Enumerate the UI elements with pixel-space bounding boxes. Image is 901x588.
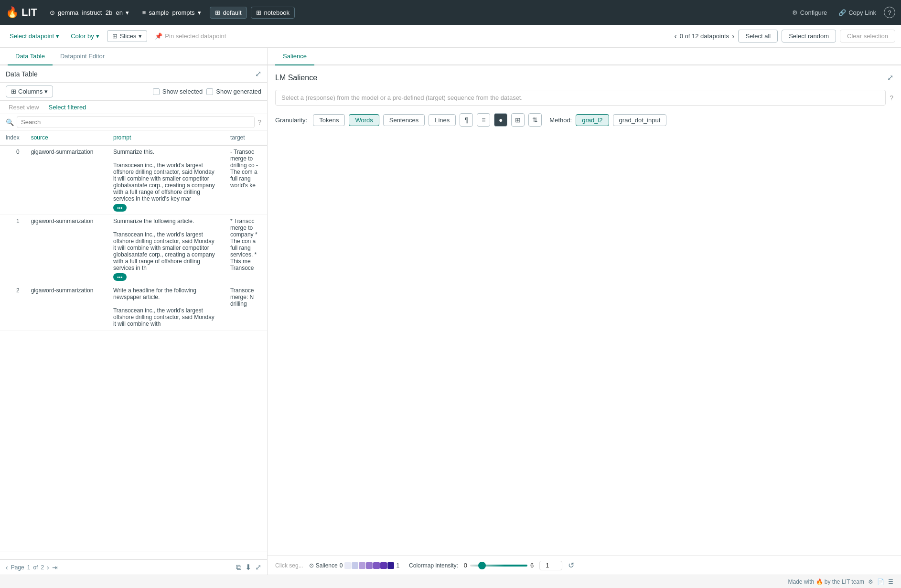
granularity-row: Granularity: Tokens Words Sentences Line…: [275, 113, 893, 127]
granularity-words-button[interactable]: Words: [349, 114, 379, 126]
salience-title: LM Salience: [275, 74, 887, 82]
colormap-max-value: 6: [530, 562, 534, 569]
next-datapoint-button[interactable]: ›: [732, 32, 734, 41]
reset-view-button[interactable]: Reset view: [6, 103, 42, 112]
left-panel-tabs: Data Table Datapoint Editor: [0, 48, 267, 65]
salience-min-value: 0: [340, 562, 343, 569]
granularity-sentences-button[interactable]: Sentences: [383, 114, 425, 126]
select-datapoint-button[interactable]: Select datapoint ▾: [6, 31, 63, 42]
bottom-bar: Click seg... ⊙ Salience 0 1 Colormap int…: [268, 556, 901, 575]
pagination-next-button[interactable]: ›: [47, 564, 49, 571]
columns-chevron-icon: ▾: [44, 88, 48, 95]
gran-settings-icon-button[interactable]: ⇅: [528, 113, 542, 127]
copy-link-button[interactable]: 🔗 Copy Link: [835, 7, 880, 18]
cell-target: - Transoc merge to drilling co - The com…: [225, 145, 267, 215]
salience-help-icon[interactable]: ?: [890, 94, 893, 102]
table-pagination: ‹ Page 1 of 2 › ⇥ ⧉ ⬇ ⤢: [0, 559, 267, 575]
model-selector-button[interactable]: ⊙ gemma_instruct_2b_en ▾: [45, 7, 134, 18]
prev-datapoint-button[interactable]: ‹: [674, 32, 676, 41]
click-seg-text: Click seg...: [275, 562, 303, 569]
select-random-button[interactable]: Select random: [782, 30, 836, 43]
gran-grid-icon-button[interactable]: ⊞: [511, 113, 525, 127]
status-menu-icon[interactable]: ☰: [888, 578, 893, 585]
salience-expand-icon[interactable]: ⤢: [887, 73, 893, 82]
gran-paragraph-icon-button[interactable]: ¶: [460, 113, 473, 127]
pin-datapoint-button[interactable]: 📌 Pin selected datapoint: [151, 31, 230, 42]
granularity-tokens-button[interactable]: Tokens: [313, 114, 345, 126]
search-help-icon[interactable]: ?: [257, 118, 261, 126]
data-table-actions: Reset view Select filtered: [0, 101, 267, 114]
cell-target: Transoce merge: N drilling: [225, 284, 267, 331]
slices-chevron-icon: ▾: [139, 32, 142, 40]
default-tab-button[interactable]: ⊞ default: [210, 7, 247, 19]
configure-button[interactable]: ⚙ Configure: [788, 7, 831, 18]
show-selected-checkbox-label[interactable]: Show selected: [153, 88, 203, 95]
search-input[interactable]: [17, 116, 255, 128]
colormap-value-input[interactable]: [539, 561, 562, 570]
pagination-prev-button[interactable]: ‹: [6, 564, 8, 571]
salience-max-value: 1: [396, 562, 399, 569]
horizontal-scrollbar[interactable]: [0, 552, 267, 559]
datapoint-count: 0 of 12 datapoints: [680, 32, 729, 40]
table-row[interactable]: 1gigaword-summarizationSummarize the fol…: [0, 215, 267, 284]
search-icon: 🔍: [6, 118, 14, 126]
tab-datapoint-editor[interactable]: Datapoint Editor: [53, 48, 112, 65]
select-filtered-button[interactable]: Select filtered: [46, 103, 89, 112]
gran-circle-icon-button[interactable]: ●: [494, 113, 507, 127]
legend-swatch: [366, 562, 373, 569]
default-tab-icon: ⊞: [215, 9, 220, 16]
expand-table-button[interactable]: ⤢: [255, 563, 261, 572]
method-grad-dot-button[interactable]: grad_dot_input: [613, 114, 667, 126]
granularity-lines-button[interactable]: Lines: [429, 114, 456, 126]
status-file-icon[interactable]: 📄: [877, 578, 884, 585]
salience-legend-label: Salience: [316, 562, 338, 569]
app-logo: 🔥 LIT: [6, 6, 37, 19]
tab-salience-label: Salience: [283, 53, 307, 60]
salience-target-dropdown[interactable]: Select a (response) from the model or a …: [275, 90, 886, 106]
pagination-last-button[interactable]: ⇥: [52, 564, 58, 571]
show-generated-checkbox-label[interactable]: Show generated: [206, 88, 261, 95]
select-all-button[interactable]: Select all: [738, 30, 778, 43]
status-text: Made with 🔥 by the LIT team: [788, 578, 864, 585]
granularity-sentences-label: Sentences: [389, 117, 418, 124]
tab-data-table[interactable]: Data Table: [8, 48, 53, 65]
configure-icon: ⚙: [792, 9, 798, 16]
method-grad-dot-label: grad_dot_input: [619, 117, 661, 124]
copy-table-button[interactable]: ⧉: [236, 563, 241, 572]
notebook-tab-button[interactable]: ⊞ notebook: [251, 7, 295, 19]
table-row[interactable]: 2gigaword-summarizationWrite a headline …: [0, 284, 267, 331]
colormap-refresh-button[interactable]: ↺: [568, 561, 574, 570]
notebook-tab-icon: ⊞: [256, 9, 261, 16]
gran-menu-icon-button[interactable]: ≡: [477, 113, 490, 127]
salience-container: LM Salience ⤢ Select a (response) from t…: [268, 65, 901, 556]
data-table-scroll[interactable]: index source prompt target 0gigaword-sum…: [0, 130, 267, 552]
show-selected-checkbox[interactable]: [153, 88, 160, 95]
columns-icon: ⊞: [11, 88, 16, 95]
tab-salience[interactable]: Salience: [275, 48, 314, 65]
cell-source: gigaword-summarization: [25, 284, 107, 331]
cell-source: gigaword-summarization: [25, 145, 107, 215]
color-by-button[interactable]: Color by ▾: [67, 31, 103, 42]
salience-legend: ⊙ Salience 0 1: [309, 562, 399, 569]
copy-link-icon: 🔗: [838, 9, 846, 16]
columns-button[interactable]: ⊞ Columns ▾: [6, 86, 53, 97]
configure-label: Configure: [800, 9, 827, 16]
col-header-source[interactable]: source: [25, 130, 107, 145]
colormap-min-value: 0: [464, 562, 467, 569]
legend-swatch: [387, 562, 394, 569]
download-table-button[interactable]: ⬇: [245, 563, 251, 572]
status-settings-icon[interactable]: ⚙: [868, 578, 873, 585]
show-more-button[interactable]: •••: [113, 273, 127, 281]
method-grad-l2-button[interactable]: grad_l2: [576, 114, 609, 126]
colormap-intensity-slider[interactable]: [470, 565, 527, 567]
expand-icon[interactable]: ⤢: [255, 69, 261, 78]
cell-prompt: Write a headline for the following newsp…: [107, 284, 225, 331]
show-more-button[interactable]: •••: [113, 204, 127, 212]
dataset-selector-button[interactable]: ≡ sample_prompts ▾: [138, 7, 206, 18]
table-row[interactable]: 0gigaword-summarizationSummarize this.Tr…: [0, 145, 267, 215]
slices-button[interactable]: ⊞ Slices ▾: [107, 30, 148, 42]
clear-selection-button[interactable]: Clear selection: [840, 30, 895, 43]
help-button[interactable]: ?: [884, 7, 895, 18]
col-header-prompt[interactable]: prompt: [107, 130, 225, 145]
show-generated-checkbox[interactable]: [206, 88, 213, 95]
